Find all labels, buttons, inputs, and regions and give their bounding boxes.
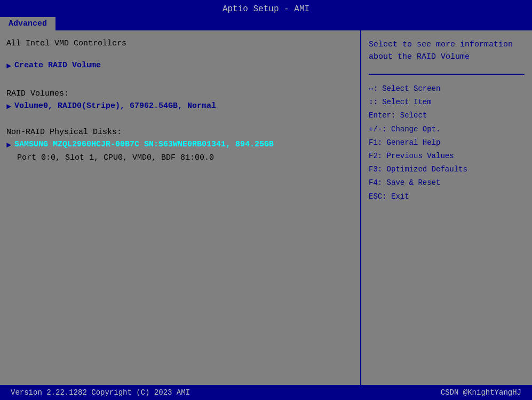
port-info: Port 0:0, Slot 1, CPU0, VMD0, BDF 81:00.… xyxy=(17,153,354,162)
tab-row: Advanced xyxy=(0,16,532,30)
create-raid-label: Create RAID Volume xyxy=(14,61,101,70)
key-help-item: F1: General Help xyxy=(369,136,525,150)
key-help-item: Enter: Select xyxy=(369,109,525,122)
non-raid-label: Non-RAID Physical Disks: xyxy=(6,128,354,137)
title-bar: Aptio Setup - AMI xyxy=(0,0,532,16)
arrow-icon: ► xyxy=(6,61,11,72)
right-panel: Select to see more information about the… xyxy=(361,30,532,385)
volume-item[interactable]: ► Volume0, RAID0(Stripe), 67962.54GB, No… xyxy=(6,101,354,113)
main-content: All Intel VMD Controllers ► Create RAID … xyxy=(0,30,532,385)
volume-label: Volume0, RAID0(Stripe), 67962.54GB, Norm… xyxy=(14,101,216,111)
help-text: Select to see more information about the… xyxy=(369,39,525,63)
key-help-item: +/-: Change Opt. xyxy=(369,123,525,136)
key-help-item: F2: Previous Values xyxy=(369,150,525,163)
tab-advanced[interactable]: Advanced xyxy=(0,17,55,30)
key-help-item: F4: Save & Reset xyxy=(369,176,525,190)
left-panel: All Intel VMD Controllers ► Create RAID … xyxy=(0,30,361,385)
section-header: All Intel VMD Controllers xyxy=(6,39,354,48)
samsung-arrow-icon: ► xyxy=(6,140,11,151)
key-help-item: ESC: Exit xyxy=(369,190,525,203)
key-help-item: ↕: Select Item xyxy=(369,96,525,109)
raid-volumes-section: RAID Volumes: ► Volume0, RAID0(Stripe), … xyxy=(6,89,354,115)
create-raid-item[interactable]: ► Create RAID Volume xyxy=(6,61,354,72)
samsung-item[interactable]: ► SAMSUNG MZQL2960HCJR-00B7C SN:S63WNE0R… xyxy=(6,140,354,151)
key-help: ↔: Select Screen↕: Select ItemEnter: Sel… xyxy=(369,82,525,203)
app-title: Aptio Setup - AMI xyxy=(223,4,309,14)
key-help-item: ↔: Select Screen xyxy=(369,82,525,96)
key-help-item: F3: Optimized Defaults xyxy=(369,163,525,176)
raid-volumes-label: RAID Volumes: xyxy=(6,89,354,98)
divider xyxy=(369,74,525,75)
branding-text: CSDN @KnightYangHJ xyxy=(441,388,521,397)
non-raid-section: Non-RAID Physical Disks: ► SAMSUNG MZQL2… xyxy=(6,128,354,162)
footer: Version 2.22.1282 Copyright (C) 2023 AMI… xyxy=(0,385,532,400)
samsung-label: SAMSUNG MZQL2960HCJR-00B7C SN:S63WNE0RB0… xyxy=(14,140,274,149)
version-text: Version 2.22.1282 Copyright (C) 2023 AMI xyxy=(11,388,190,397)
volume-arrow-icon: ► xyxy=(6,101,11,113)
